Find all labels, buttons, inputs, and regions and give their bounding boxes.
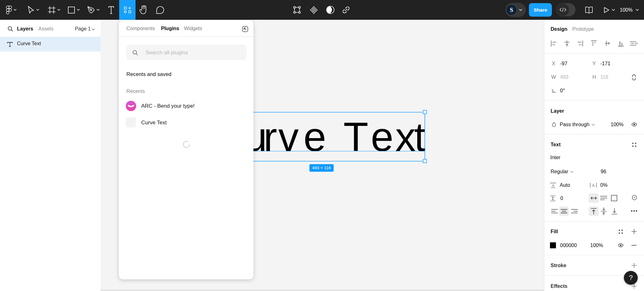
svg-text:A: A bbox=[552, 184, 555, 188]
svg-text:A: A bbox=[592, 183, 595, 188]
